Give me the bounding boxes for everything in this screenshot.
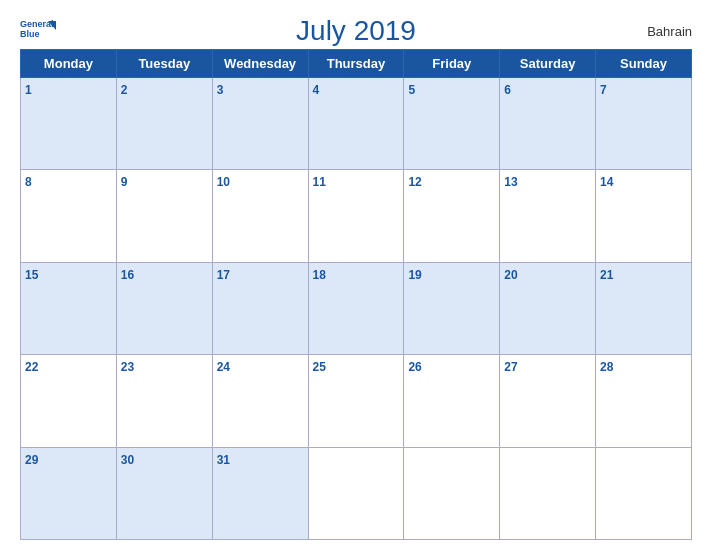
day-number: 4 bbox=[313, 83, 320, 97]
logo-icon: General Blue bbox=[20, 16, 56, 46]
day-cell: 26 bbox=[404, 355, 500, 447]
day-cell: 14 bbox=[596, 170, 692, 262]
day-number: 23 bbox=[121, 360, 134, 374]
day-number: 26 bbox=[408, 360, 421, 374]
day-cell: 17 bbox=[212, 262, 308, 354]
weekday-header-row: MondayTuesdayWednesdayThursdayFridaySatu… bbox=[21, 50, 692, 78]
day-cell bbox=[404, 447, 500, 539]
day-number: 16 bbox=[121, 268, 134, 282]
day-cell: 28 bbox=[596, 355, 692, 447]
calendar-header: General Blue July 2019 Bahrain bbox=[20, 15, 692, 47]
day-number: 6 bbox=[504, 83, 511, 97]
day-cell: 30 bbox=[116, 447, 212, 539]
day-number: 31 bbox=[217, 453, 230, 467]
weekday-wednesday: Wednesday bbox=[212, 50, 308, 78]
week-row-3: 15161718192021 bbox=[21, 262, 692, 354]
weekday-friday: Friday bbox=[404, 50, 500, 78]
day-cell: 29 bbox=[21, 447, 117, 539]
day-number: 12 bbox=[408, 175, 421, 189]
weekday-tuesday: Tuesday bbox=[116, 50, 212, 78]
day-cell: 11 bbox=[308, 170, 404, 262]
weekday-saturday: Saturday bbox=[500, 50, 596, 78]
day-cell bbox=[500, 447, 596, 539]
day-number: 24 bbox=[217, 360, 230, 374]
day-cell: 21 bbox=[596, 262, 692, 354]
day-number: 19 bbox=[408, 268, 421, 282]
calendar-table: MondayTuesdayWednesdayThursdayFridaySatu… bbox=[20, 49, 692, 540]
weekday-thursday: Thursday bbox=[308, 50, 404, 78]
day-number: 20 bbox=[504, 268, 517, 282]
day-cell: 10 bbox=[212, 170, 308, 262]
day-cell: 12 bbox=[404, 170, 500, 262]
logo: General Blue bbox=[20, 16, 56, 46]
day-number: 7 bbox=[600, 83, 607, 97]
day-number: 5 bbox=[408, 83, 415, 97]
day-cell: 20 bbox=[500, 262, 596, 354]
day-number: 21 bbox=[600, 268, 613, 282]
day-number: 10 bbox=[217, 175, 230, 189]
page-title: July 2019 bbox=[296, 15, 416, 47]
day-cell: 6 bbox=[500, 78, 596, 170]
day-number: 11 bbox=[313, 175, 326, 189]
day-number: 15 bbox=[25, 268, 38, 282]
svg-text:General: General bbox=[20, 19, 54, 29]
day-number: 3 bbox=[217, 83, 224, 97]
day-cell: 2 bbox=[116, 78, 212, 170]
day-cell: 27 bbox=[500, 355, 596, 447]
day-number: 13 bbox=[504, 175, 517, 189]
week-row-1: 1234567 bbox=[21, 78, 692, 170]
day-cell: 31 bbox=[212, 447, 308, 539]
day-cell: 9 bbox=[116, 170, 212, 262]
day-number: 29 bbox=[25, 453, 38, 467]
day-number: 30 bbox=[121, 453, 134, 467]
day-cell: 7 bbox=[596, 78, 692, 170]
day-cell: 5 bbox=[404, 78, 500, 170]
day-cell: 13 bbox=[500, 170, 596, 262]
day-number: 22 bbox=[25, 360, 38, 374]
weekday-sunday: Sunday bbox=[596, 50, 692, 78]
day-cell: 16 bbox=[116, 262, 212, 354]
day-cell: 19 bbox=[404, 262, 500, 354]
day-cell: 1 bbox=[21, 78, 117, 170]
day-cell: 25 bbox=[308, 355, 404, 447]
day-cell: 15 bbox=[21, 262, 117, 354]
day-cell: 18 bbox=[308, 262, 404, 354]
day-cell: 3 bbox=[212, 78, 308, 170]
day-cell bbox=[308, 447, 404, 539]
day-number: 8 bbox=[25, 175, 32, 189]
day-number: 17 bbox=[217, 268, 230, 282]
day-number: 14 bbox=[600, 175, 613, 189]
day-cell: 22 bbox=[21, 355, 117, 447]
week-row-4: 22232425262728 bbox=[21, 355, 692, 447]
day-number: 2 bbox=[121, 83, 128, 97]
day-cell bbox=[596, 447, 692, 539]
country-label: Bahrain bbox=[647, 24, 692, 39]
day-cell: 24 bbox=[212, 355, 308, 447]
svg-text:Blue: Blue bbox=[20, 29, 40, 39]
day-number: 9 bbox=[121, 175, 128, 189]
week-row-5: 293031 bbox=[21, 447, 692, 539]
day-number: 18 bbox=[313, 268, 326, 282]
weekday-monday: Monday bbox=[21, 50, 117, 78]
day-cell: 4 bbox=[308, 78, 404, 170]
day-number: 25 bbox=[313, 360, 326, 374]
day-cell: 8 bbox=[21, 170, 117, 262]
day-cell: 23 bbox=[116, 355, 212, 447]
day-number: 1 bbox=[25, 83, 32, 97]
day-number: 28 bbox=[600, 360, 613, 374]
week-row-2: 891011121314 bbox=[21, 170, 692, 262]
day-number: 27 bbox=[504, 360, 517, 374]
